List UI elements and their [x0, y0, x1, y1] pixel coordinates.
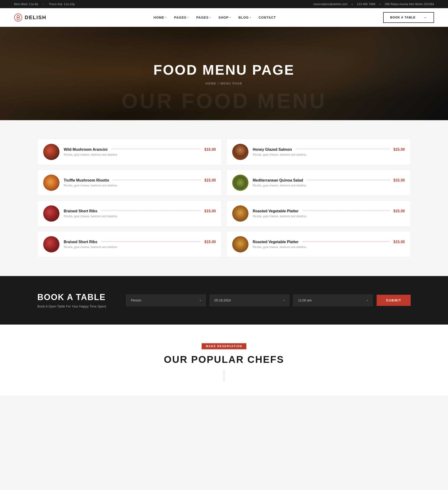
menu-dots-3 — [307, 180, 390, 180]
nav-contact[interactable]: CONTACT — [259, 16, 276, 19]
person-value: Person — [131, 298, 141, 302]
breadcrumb-sep: / — [218, 82, 220, 85]
food-image-3 — [232, 175, 248, 191]
food-image-5 — [232, 205, 248, 222]
book-table-text: BOOK A TABLE Book A Open Table For Your … — [37, 292, 112, 308]
menu-name-1[interactable]: Honey Glazed Salmon — [253, 148, 292, 152]
menu-item-2: Truffle Mushroom Risotto $15.00 Ricotta,… — [37, 170, 222, 196]
menu-img-3 — [232, 175, 248, 191]
menu-name-6[interactable]: Braised Short Ribs — [64, 240, 97, 244]
arrow-right-icon: → — [423, 15, 427, 20]
food-image-0 — [43, 144, 60, 160]
book-table-desc: Book A Open Table For Your Happy Time Sp… — [37, 305, 112, 308]
menu-img-0 — [43, 144, 60, 160]
menu-dots-7 — [302, 241, 390, 242]
time-caret: ▾ — [367, 299, 368, 302]
hours-2: Thurs-Sat: 11a-10p — [49, 2, 75, 6]
menu-desc-5: Ricotta, goat cheese, beetroot and datel… — [253, 215, 405, 218]
nav-home[interactable]: HOME ▾ — [154, 16, 167, 19]
nav-shop-arrow: ▾ — [230, 16, 231, 19]
book-table-form: Person ▾ 05.18.2024 ▾ 11:00 am ▾ SUBMIT — [126, 295, 411, 306]
menu-item-0: Wild Mushroom Arancini $15.00 Ricotta, g… — [37, 139, 222, 165]
breadcrumb-home[interactable]: HOME — [206, 82, 217, 85]
menu-desc-6: Ricotta, goat cheese, beetroot and datel… — [64, 245, 216, 249]
menu-name-row-0: Wild Mushroom Arancini $15.00 — [64, 148, 216, 152]
logo[interactable]: DELISH — [14, 13, 46, 22]
nav-shop[interactable]: SHOP ▾ — [218, 16, 231, 19]
menu-price-1: $15.00 — [393, 148, 405, 152]
menu-dots-6 — [101, 241, 201, 242]
book-table-title: BOOK A TABLE — [37, 292, 112, 302]
breadcrumb: HOME / MENU PAGE — [154, 82, 295, 85]
nav-pages-1[interactable]: PAGES ▾ — [174, 16, 189, 19]
menu-price-7: $15.00 — [393, 240, 405, 244]
menu-desc-4: Ricotta, goat cheese, beetroot and datel… — [64, 215, 216, 218]
menu-item-1: Honey Glazed Salmon $15.00 Ricotta, goat… — [226, 139, 411, 165]
menu-name-7[interactable]: Roasted Vegetable Platter — [253, 240, 299, 244]
logo-icon — [14, 13, 22, 22]
time-select[interactable]: 11:00 am ▾ — [293, 295, 373, 306]
menu-dots-4 — [101, 210, 201, 211]
nav-home-arrow: ▾ — [165, 16, 167, 19]
date-select[interactable]: 05.18.2024 ▾ — [210, 295, 289, 306]
date-caret: ▾ — [283, 299, 284, 302]
menu-name-row-2: Truffle Mushroom Risotto $15.00 — [64, 178, 216, 183]
chefs-section: MAKE RESERVATION OUR POPULAR CHEFS — [0, 324, 448, 395]
food-image-2 — [43, 175, 60, 191]
menu-info-1: Honey Glazed Salmon $15.00 Ricotta, goat… — [253, 148, 405, 156]
food-image-4 — [43, 205, 60, 222]
menu-price-0: $15.00 — [204, 148, 216, 152]
menu-info-3: Mediterranean Quinoa Salad $15.00 Ricott… — [253, 178, 405, 187]
menu-img-5 — [232, 205, 248, 222]
food-image-7 — [232, 236, 248, 253]
food-image-1 — [232, 144, 248, 160]
menu-name-row-7: Roasted Vegetable Platter $15.00 — [253, 240, 405, 244]
menu-name-2[interactable]: Truffle Mushroom Risotto — [64, 178, 109, 183]
menu-item-4: Braised Short Ribs $15.00 Ricotta, goat … — [37, 201, 222, 227]
menu-info-7: Roasted Vegetable Platter $15.00 Ricotta… — [253, 240, 405, 249]
menu-info-4: Braised Short Ribs $15.00 Ricotta, goat … — [64, 209, 216, 218]
date-value: 05.18.2024 — [214, 298, 231, 302]
hero-watermark: OUR FOOD MENU — [122, 89, 327, 113]
menu-desc-1: Ricotta, goat cheese, beetroot and datel… — [253, 153, 405, 156]
nav-pages-2-arrow: ▾ — [210, 16, 211, 19]
phone: 123 456 7899 — [357, 2, 375, 6]
submit-button[interactable]: SUBMIT — [377, 295, 411, 306]
menu-item-6: Braised Short Ribs $15.00 Ricotta, goat … — [37, 231, 222, 257]
book-table-section: BOOK A TABLE Book A Open Table For Your … — [0, 276, 448, 324]
dot-separator-1: ● — [43, 3, 44, 5]
menu-price-6: $15.00 — [204, 240, 216, 244]
menu-name-0[interactable]: Wild Mushroom Arancini — [64, 148, 108, 152]
person-select[interactable]: Person ▾ — [126, 295, 206, 306]
menu-price-3: $15.00 — [393, 178, 405, 183]
menu-img-7 — [232, 236, 248, 253]
header: DELISH HOME ▾ PAGES ▾ PAGES ▾ SHOP ▾ BLO… — [0, 8, 448, 27]
breadcrumb-current: MENU PAGE — [220, 82, 242, 85]
menu-grid: Wild Mushroom Arancini $15.00 Ricotta, g… — [37, 139, 411, 257]
menu-name-row-3: Mediterranean Quinoa Salad $15.00 — [253, 178, 405, 183]
chefs-title: OUR POPULAR CHEFS — [37, 354, 411, 365]
chefs-badge-wrapper: MAKE RESERVATION — [37, 343, 411, 354]
menu-info-5: Roasted Vegetable Platter $15.00 Ricotta… — [253, 209, 405, 218]
nav-pages-2[interactable]: PAGES ▾ — [196, 16, 211, 19]
menu-name-5[interactable]: Roasted Vegetable Platter — [253, 209, 299, 213]
nav-blog[interactable]: BLOG ▾ — [238, 16, 251, 19]
logo-text: DELISH — [25, 15, 46, 20]
menu-desc-0: Ricotta, goat cheese, beetroot and datel… — [64, 153, 216, 156]
sep-1: ● — [351, 2, 353, 6]
menu-info-0: Wild Mushroom Arancini $15.00 Ricotta, g… — [64, 148, 216, 156]
menu-price-5: $15.00 — [393, 209, 405, 213]
menu-item-5: Roasted Vegetable Platter $15.00 Ricotta… — [226, 201, 411, 227]
menu-name-row-5: Roasted Vegetable Platter $15.00 — [253, 209, 405, 213]
sep-2: ● — [379, 2, 381, 6]
menu-name-4[interactable]: Braised Short Ribs — [64, 209, 97, 213]
book-table-label: BOOK A TABLE — [390, 16, 416, 19]
menu-img-1 — [232, 144, 248, 160]
top-bar-left: Mon-Wed: 11a-9p ● Thurs-Sat: 11a-10p — [14, 2, 75, 6]
menu-info-6: Braised Short Ribs $15.00 Ricotta, goat … — [64, 240, 216, 249]
menu-img-2 — [43, 175, 60, 191]
top-bar-right: reservations@delish.com ● 123 456 7899 ●… — [313, 2, 434, 6]
menu-name-3[interactable]: Mediterranean Quinoa Salad — [253, 178, 303, 183]
book-table-button[interactable]: BOOK A TABLE → — [383, 12, 434, 23]
chefs-badge[interactable]: MAKE RESERVATION — [202, 343, 246, 349]
